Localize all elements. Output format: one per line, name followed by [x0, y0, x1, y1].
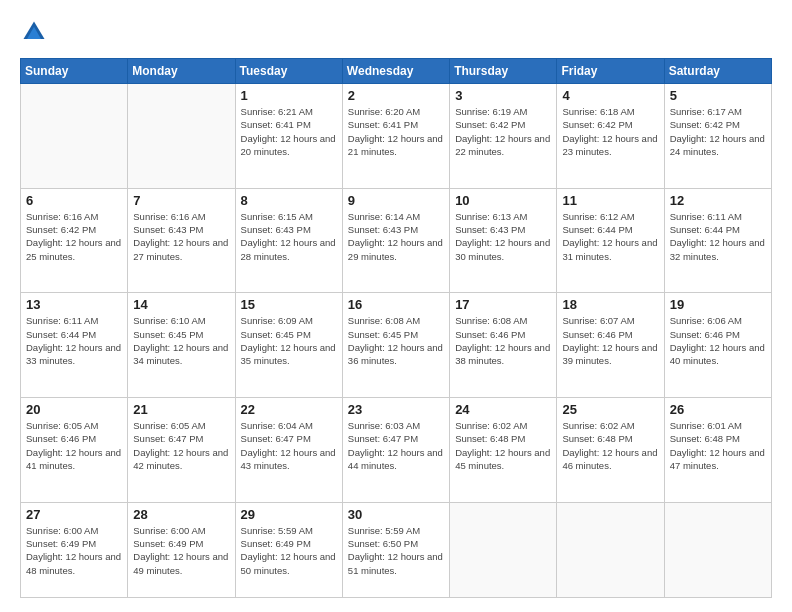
table-row: 17Sunrise: 6:08 AMSunset: 6:46 PMDayligh…: [450, 293, 557, 398]
table-row: 4Sunrise: 6:18 AMSunset: 6:42 PMDaylight…: [557, 84, 664, 189]
cell-info-line: Daylight: 12 hours and 41 minutes.: [26, 447, 121, 471]
cell-info: Sunrise: 6:11 AMSunset: 6:44 PMDaylight:…: [26, 314, 122, 367]
day-number: 15: [241, 297, 337, 312]
cell-info: Sunrise: 6:10 AMSunset: 6:45 PMDaylight:…: [133, 314, 229, 367]
cell-info-line: Sunset: 6:46 PM: [562, 329, 632, 340]
cell-info-line: Sunrise: 6:12 AM: [562, 211, 634, 222]
day-number: 14: [133, 297, 229, 312]
cell-info-line: Sunrise: 6:00 AM: [133, 525, 205, 536]
table-row: 14Sunrise: 6:10 AMSunset: 6:45 PMDayligh…: [128, 293, 235, 398]
cell-info-line: Sunset: 6:47 PM: [241, 433, 311, 444]
calendar-week-row: 6Sunrise: 6:16 AMSunset: 6:42 PMDaylight…: [21, 188, 772, 293]
cell-info-line: Sunrise: 6:16 AM: [133, 211, 205, 222]
calendar-week-row: 13Sunrise: 6:11 AMSunset: 6:44 PMDayligh…: [21, 293, 772, 398]
cell-info: Sunrise: 6:02 AMSunset: 6:48 PMDaylight:…: [562, 419, 658, 472]
header: [20, 18, 772, 46]
cell-info-line: Sunset: 6:48 PM: [562, 433, 632, 444]
day-number: 29: [241, 507, 337, 522]
cell-info-line: Daylight: 12 hours and 34 minutes.: [133, 342, 228, 366]
cell-info-line: Sunset: 6:48 PM: [455, 433, 525, 444]
cell-info-line: Sunset: 6:46 PM: [26, 433, 96, 444]
table-row: 1Sunrise: 6:21 AMSunset: 6:41 PMDaylight…: [235, 84, 342, 189]
day-number: 19: [670, 297, 766, 312]
weekday-header-row: SundayMondayTuesdayWednesdayThursdayFrid…: [21, 59, 772, 84]
cell-info-line: Sunset: 6:42 PM: [26, 224, 96, 235]
cell-info-line: Sunrise: 6:04 AM: [241, 420, 313, 431]
cell-info-line: Daylight: 12 hours and 28 minutes.: [241, 237, 336, 261]
cell-info-line: Sunset: 6:47 PM: [133, 433, 203, 444]
cell-info: Sunrise: 6:00 AMSunset: 6:49 PMDaylight:…: [26, 524, 122, 577]
cell-info-line: Sunset: 6:46 PM: [670, 329, 740, 340]
calendar-week-row: 1Sunrise: 6:21 AMSunset: 6:41 PMDaylight…: [21, 84, 772, 189]
cell-info-line: Sunrise: 6:14 AM: [348, 211, 420, 222]
day-number: 3: [455, 88, 551, 103]
cell-info-line: Daylight: 12 hours and 27 minutes.: [133, 237, 228, 261]
cell-info-line: Daylight: 12 hours and 49 minutes.: [133, 551, 228, 575]
table-row: [557, 502, 664, 597]
table-row: 24Sunrise: 6:02 AMSunset: 6:48 PMDayligh…: [450, 398, 557, 503]
cell-info-line: Sunset: 6:50 PM: [348, 538, 418, 549]
day-number: 17: [455, 297, 551, 312]
cell-info-line: Sunrise: 6:20 AM: [348, 106, 420, 117]
cell-info: Sunrise: 6:13 AMSunset: 6:43 PMDaylight:…: [455, 210, 551, 263]
cell-info-line: Sunrise: 6:05 AM: [26, 420, 98, 431]
table-row: 7Sunrise: 6:16 AMSunset: 6:43 PMDaylight…: [128, 188, 235, 293]
table-row: 22Sunrise: 6:04 AMSunset: 6:47 PMDayligh…: [235, 398, 342, 503]
weekday-sunday: Sunday: [21, 59, 128, 84]
cell-info: Sunrise: 6:06 AMSunset: 6:46 PMDaylight:…: [670, 314, 766, 367]
cell-info-line: Sunset: 6:44 PM: [670, 224, 740, 235]
table-row: 2Sunrise: 6:20 AMSunset: 6:41 PMDaylight…: [342, 84, 449, 189]
day-number: 12: [670, 193, 766, 208]
cell-info: Sunrise: 6:12 AMSunset: 6:44 PMDaylight:…: [562, 210, 658, 263]
cell-info-line: Daylight: 12 hours and 36 minutes.: [348, 342, 443, 366]
cell-info: Sunrise: 6:08 AMSunset: 6:45 PMDaylight:…: [348, 314, 444, 367]
cell-info-line: Daylight: 12 hours and 20 minutes.: [241, 133, 336, 157]
cell-info-line: Sunset: 6:49 PM: [241, 538, 311, 549]
table-row: 26Sunrise: 6:01 AMSunset: 6:48 PMDayligh…: [664, 398, 771, 503]
cell-info-line: Daylight: 12 hours and 25 minutes.: [26, 237, 121, 261]
cell-info-line: Sunset: 6:43 PM: [348, 224, 418, 235]
table-row: [21, 84, 128, 189]
cell-info-line: Sunrise: 6:05 AM: [133, 420, 205, 431]
cell-info-line: Daylight: 12 hours and 24 minutes.: [670, 133, 765, 157]
day-number: 24: [455, 402, 551, 417]
table-row: 20Sunrise: 6:05 AMSunset: 6:46 PMDayligh…: [21, 398, 128, 503]
cell-info-line: Daylight: 12 hours and 33 minutes.: [26, 342, 121, 366]
cell-info-line: Sunset: 6:44 PM: [562, 224, 632, 235]
cell-info-line: Sunrise: 6:07 AM: [562, 315, 634, 326]
cell-info-line: Daylight: 12 hours and 39 minutes.: [562, 342, 657, 366]
table-row: 5Sunrise: 6:17 AMSunset: 6:42 PMDaylight…: [664, 84, 771, 189]
cell-info: Sunrise: 6:16 AMSunset: 6:42 PMDaylight:…: [26, 210, 122, 263]
cell-info: Sunrise: 6:11 AMSunset: 6:44 PMDaylight:…: [670, 210, 766, 263]
day-number: 25: [562, 402, 658, 417]
cell-info-line: Sunset: 6:43 PM: [241, 224, 311, 235]
cell-info-line: Sunrise: 6:06 AM: [670, 315, 742, 326]
cell-info-line: Sunrise: 6:03 AM: [348, 420, 420, 431]
cell-info-line: Sunrise: 5:59 AM: [348, 525, 420, 536]
day-number: 6: [26, 193, 122, 208]
day-number: 20: [26, 402, 122, 417]
cell-info-line: Sunset: 6:43 PM: [455, 224, 525, 235]
cell-info-line: Sunset: 6:42 PM: [455, 119, 525, 130]
cell-info-line: Daylight: 12 hours and 51 minutes.: [348, 551, 443, 575]
day-number: 30: [348, 507, 444, 522]
calendar-week-row: 20Sunrise: 6:05 AMSunset: 6:46 PMDayligh…: [21, 398, 772, 503]
cell-info-line: Daylight: 12 hours and 42 minutes.: [133, 447, 228, 471]
cell-info-line: Sunrise: 6:10 AM: [133, 315, 205, 326]
cell-info-line: Sunset: 6:48 PM: [670, 433, 740, 444]
cell-info-line: Sunset: 6:45 PM: [133, 329, 203, 340]
cell-info-line: Sunrise: 6:15 AM: [241, 211, 313, 222]
table-row: 6Sunrise: 6:16 AMSunset: 6:42 PMDaylight…: [21, 188, 128, 293]
cell-info: Sunrise: 6:05 AMSunset: 6:47 PMDaylight:…: [133, 419, 229, 472]
cell-info-line: Sunrise: 6:01 AM: [670, 420, 742, 431]
table-row: 11Sunrise: 6:12 AMSunset: 6:44 PMDayligh…: [557, 188, 664, 293]
table-row: 25Sunrise: 6:02 AMSunset: 6:48 PMDayligh…: [557, 398, 664, 503]
cell-info: Sunrise: 6:05 AMSunset: 6:46 PMDaylight:…: [26, 419, 122, 472]
calendar-table: SundayMondayTuesdayWednesdayThursdayFrid…: [20, 58, 772, 598]
cell-info: Sunrise: 6:16 AMSunset: 6:43 PMDaylight:…: [133, 210, 229, 263]
weekday-thursday: Thursday: [450, 59, 557, 84]
cell-info-line: Sunset: 6:42 PM: [670, 119, 740, 130]
weekday-wednesday: Wednesday: [342, 59, 449, 84]
cell-info-line: Daylight: 12 hours and 35 minutes.: [241, 342, 336, 366]
calendar-week-row: 27Sunrise: 6:00 AMSunset: 6:49 PMDayligh…: [21, 502, 772, 597]
